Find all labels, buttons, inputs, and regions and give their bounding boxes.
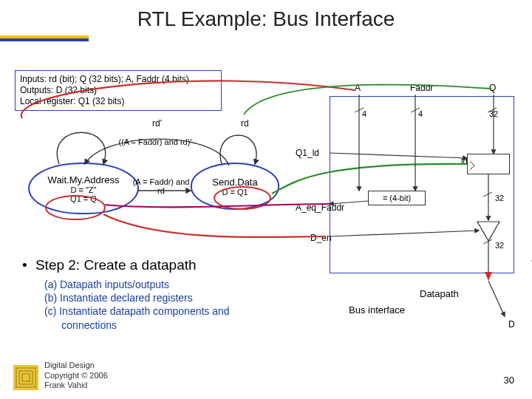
state-wait: Wait.My.Address D = "Z" Q1 = Q	[28, 163, 139, 214]
sig-q1-ld: Q1_ld	[296, 148, 319, 158]
state-send: Send.Data D = Q1	[191, 163, 279, 210]
sig-q: Q	[489, 83, 496, 93]
step-header: • Step 2: Create a datapath	[22, 257, 197, 273]
sig-a: A	[355, 83, 361, 93]
width-32-a: 32	[489, 109, 498, 118]
slide-title: RTL Example: Bus Interface	[0, 0, 532, 34]
bullet-icon: •	[22, 257, 27, 273]
footer-l1: Digital Design	[44, 361, 108, 370]
width-32-c: 32	[495, 241, 504, 250]
step-c-cont: connections	[44, 318, 230, 332]
state-wait-action2: Q1 = Q	[70, 194, 97, 203]
sig-d-en: D_en	[310, 233, 332, 243]
width-32-b: 32	[495, 194, 504, 202]
label-rd-prime: rd'	[152, 118, 162, 129]
state-wait-action1: D = "Z"	[70, 185, 96, 194]
footer-l2: Copyright © 2006	[44, 371, 108, 381]
step-a: (a) Datapath inputs/outputs	[44, 278, 230, 291]
footer-text: Digital Design Copyright © 2006 Frank Va…	[44, 361, 108, 390]
step-c: (c) Instantiate datapath components and	[44, 304, 230, 318]
side-marker: a	[529, 259, 532, 262]
spec-outputs: Outputs: D (32 bits)	[20, 85, 216, 96]
guard-back: ((A = Faddr) and rd)'	[118, 137, 192, 146]
footer-l3: Frank Vahid	[44, 381, 108, 390]
spec-inputs: Inputs: rd (bit); Q (32 bits); A, Faddr …	[20, 74, 216, 85]
title-accent	[0, 35, 89, 41]
datapath-box	[330, 96, 514, 273]
width-4-a: 4	[362, 109, 366, 118]
footer-logo-icon	[13, 365, 38, 390]
spec-box: Inputs: rd (bit); Q (32 bits); A, Faddr …	[15, 70, 222, 111]
datapath-label: Datapath	[420, 288, 459, 299]
spec-local: Local register: Q1 (32 bits)	[20, 96, 216, 107]
svg-rect-18	[13, 365, 38, 390]
label-rd: rd	[241, 118, 249, 129]
state-wait-name: Wait.My.Address	[48, 174, 120, 185]
q1-register-box	[467, 154, 510, 174]
step-b: (b) Instantiate declared registers	[44, 291, 230, 304]
sig-d: D	[508, 319, 515, 330]
step-header-text: Step 2: Create a datapath	[35, 257, 197, 273]
bus-interface-label: Bus interface	[349, 304, 405, 316]
guard-forward: (A = Faddr) and rd	[130, 177, 192, 195]
svg-line-17	[488, 281, 505, 316]
width-4-b: 4	[418, 109, 423, 118]
page-number: 30	[504, 375, 514, 386]
step-sublist: (a) Datapath inputs/outputs (b) Instanti…	[44, 278, 230, 332]
sig-faddr: Faddr	[410, 83, 433, 93]
comparator-box: = (4-bit)	[368, 191, 426, 205]
state-send-name: Send.Data	[212, 177, 257, 188]
state-send-action: D = Q1	[222, 188, 248, 197]
sig-a-eq-faddr: A_eq_Faddr	[296, 202, 344, 213]
